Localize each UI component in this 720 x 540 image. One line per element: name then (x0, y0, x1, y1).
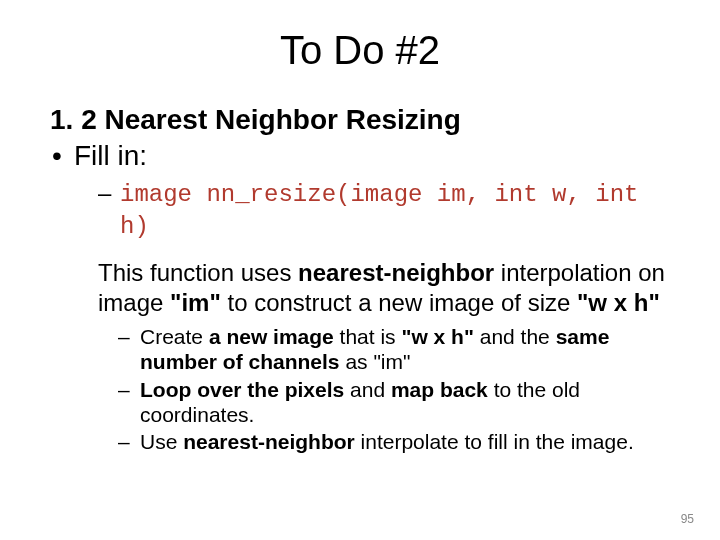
desc-part: to construct a new image of size (221, 289, 577, 316)
slide: To Do #2 1. 2 Nearest Neighbor Resizing … (0, 0, 720, 540)
bullet-code-signature: image nn_resize(image im, int w, int h) (50, 178, 670, 242)
txt-bold: nearest-neighbor (183, 430, 360, 453)
slide-title: To Do #2 (50, 28, 670, 73)
txt: and (350, 378, 391, 401)
txt-bold: Loop over the pixels (140, 378, 350, 401)
txt: interpolate to fill in the image. (361, 430, 634, 453)
bullet-fill-in: Fill in: (50, 139, 670, 173)
txt-bold: "w x h" (401, 325, 479, 348)
section-heading: 1. 2 Nearest Neighbor Resizing (50, 103, 670, 137)
txt: Use (140, 430, 183, 453)
desc-part: This function uses (98, 259, 298, 286)
page-number: 95 (681, 512, 694, 526)
step-interpolate: Use nearest-neighbor interpolate to fill… (50, 429, 670, 454)
code-signature: image nn_resize(image im, int w, int h) (120, 181, 638, 240)
txt: and the (480, 325, 556, 348)
txt-bold: map back (391, 378, 494, 401)
desc-bold: nearest-neighbor (298, 259, 494, 286)
desc-bold: "im" (170, 289, 221, 316)
txt-bold: a new image (209, 325, 340, 348)
step-create-image: Create a new image that is "w x h" and t… (50, 324, 670, 374)
txt: as "im" (345, 350, 410, 373)
desc-bold: "w x h" (577, 289, 660, 316)
function-description: This function uses nearest-neighbor inte… (50, 258, 670, 318)
step-loop-pixels: Loop over the pixels and map back to the… (50, 377, 670, 427)
txt: Create (140, 325, 209, 348)
txt: that is (340, 325, 402, 348)
